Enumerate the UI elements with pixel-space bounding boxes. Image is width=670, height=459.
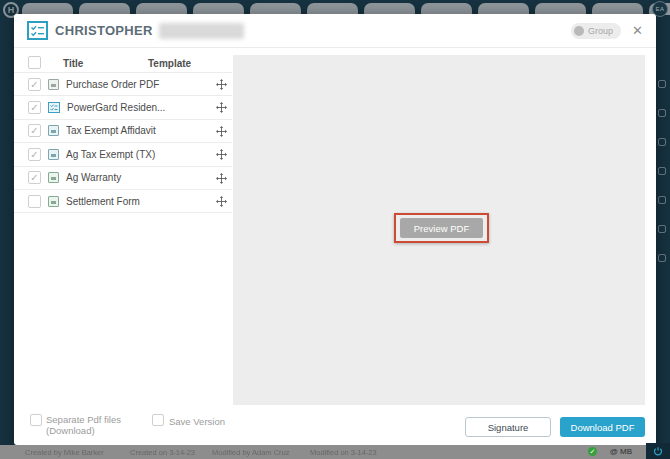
annotation-highlight-box: Preview PDF <box>394 213 489 243</box>
template-logo-icon <box>27 21 48 40</box>
template-icon <box>48 102 60 113</box>
signature-button[interactable]: Signature <box>465 417 551 437</box>
right-toolbar <box>658 80 666 262</box>
table-row[interactable]: ✓ PowerGard Residen... <box>14 96 232 119</box>
close-icon[interactable]: ✕ <box>632 24 643 37</box>
row-title: PowerGard Residen... <box>67 102 165 113</box>
table-row[interactable]: Settlement Form <box>14 190 232 213</box>
separate-pdf-checkbox[interactable] <box>30 414 42 426</box>
drag-move-icon[interactable] <box>216 196 227 207</box>
table-row[interactable]: ✓ Purchase Order PDF <box>14 73 232 96</box>
row-checkbox[interactable]: ✓ <box>28 148 41 161</box>
right-rail-icon[interactable] <box>658 138 666 146</box>
group-toggle-knob <box>574 26 584 36</box>
save-version-label: Save Version <box>169 416 225 427</box>
status-bar: Created by Mike Barker Created on 3-14-2… <box>0 445 670 459</box>
modal-title: CHRISTOPHER <box>55 23 153 38</box>
drag-move-icon[interactable] <box>216 102 227 113</box>
modal-header: CHRISTOPHER Group ✕ <box>14 14 656 48</box>
saved-check-icon: ✓ <box>588 447 597 456</box>
row-checkbox[interactable]: ✓ <box>28 171 41 184</box>
drag-move-icon[interactable] <box>216 79 227 90</box>
document-icon <box>48 79 59 90</box>
document-list: ✓ Purchase Order PDF ✓ PowerGard Residen… <box>14 72 232 213</box>
table-row[interactable]: ✓ Tax Exempt Affidavit <box>14 120 232 143</box>
group-toggle-label: Group <box>588 26 613 36</box>
row-checkbox[interactable] <box>28 195 41 208</box>
document-icon <box>48 196 59 207</box>
column-header-template: Template <box>148 58 191 69</box>
right-rail-icon[interactable] <box>658 109 666 117</box>
right-rail-icon[interactable] <box>658 167 666 175</box>
select-all-checkbox[interactable] <box>28 56 41 69</box>
save-version-checkbox[interactable] <box>152 414 164 426</box>
redacted-name <box>159 23 244 39</box>
row-checkbox[interactable]: ✓ <box>28 124 41 137</box>
row-checkbox[interactable]: ✓ <box>28 101 41 114</box>
power-button[interactable] <box>646 443 670 459</box>
modified-by-text: Modified by Adam Cruz <box>212 448 290 457</box>
drag-move-icon[interactable] <box>216 126 227 137</box>
row-title: Settlement Form <box>66 196 140 207</box>
document-icon <box>48 149 59 160</box>
right-rail-icon[interactable] <box>658 80 666 88</box>
created-on-text: Created on 3-14-23 <box>130 448 195 457</box>
document-icon <box>48 172 59 183</box>
table-row[interactable]: ✓ Ag Tax Exempt (TX) <box>14 143 232 166</box>
modified-on-text: Modified on 3-14-23 <box>310 448 377 457</box>
row-title: Ag Tax Exempt (TX) <box>66 149 155 160</box>
right-rail-icon[interactable] <box>658 254 666 262</box>
created-by-text: Created by Mike Barker <box>25 448 104 457</box>
row-title: Purchase Order PDF <box>66 79 159 90</box>
document-icon <box>48 125 59 136</box>
preview-pdf-button[interactable]: Preview PDF <box>400 218 483 238</box>
power-icon <box>653 446 663 456</box>
table-row[interactable]: ✓ Ag Warranty <box>14 167 232 190</box>
separate-pdf-label: Separate Pdf files (Download) <box>46 414 121 436</box>
right-rail-icon[interactable] <box>658 196 666 204</box>
row-title: Ag Warranty <box>66 172 121 183</box>
group-toggle[interactable]: Group <box>571 23 621 39</box>
right-rail-icon[interactable] <box>658 225 666 233</box>
download-pdf-button[interactable]: Download PDF <box>560 417 645 437</box>
column-header-title: Title <box>63 58 83 69</box>
drag-move-icon[interactable] <box>216 149 227 160</box>
row-checkbox[interactable]: ✓ <box>28 78 41 91</box>
drag-move-icon[interactable] <box>216 173 227 184</box>
user-badge: @ MB <box>610 447 632 456</box>
row-title: Tax Exempt Affidavit <box>66 125 156 136</box>
pdf-preview-modal: CHRISTOPHER Group ✕ Title Template ✓ Pur… <box>14 14 656 445</box>
